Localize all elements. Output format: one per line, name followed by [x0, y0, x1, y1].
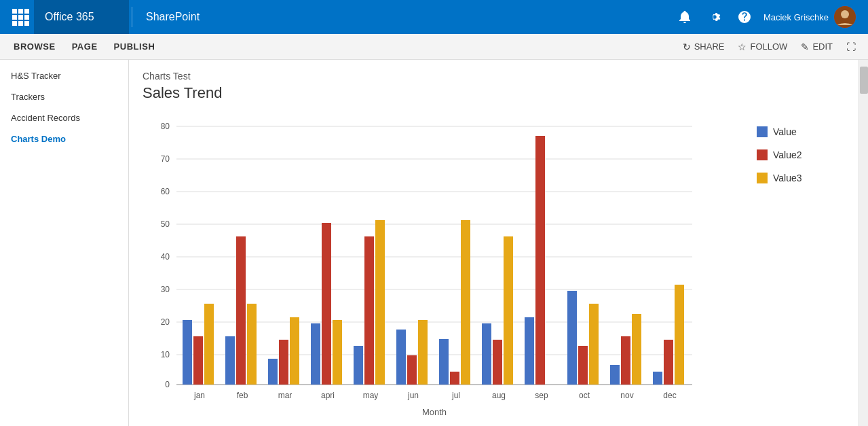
sidebar-item-accident-records[interactable]: Accident Records	[0, 107, 128, 128]
bar-apr-value2	[322, 223, 331, 385]
bar-feb-value2	[236, 236, 246, 385]
bar-mar-value	[268, 359, 278, 385]
svg-text:aug: aug	[492, 391, 506, 400]
legend-item-value3: Value3	[757, 173, 845, 183]
svg-text:mar: mar	[278, 391, 293, 400]
x-axis-label: Month	[422, 407, 447, 417]
publish-tab[interactable]: PUBLISH	[106, 34, 164, 60]
bar-nov-value	[610, 365, 620, 385]
sidebar-item-charts-demo[interactable]: Charts Demo	[0, 128, 128, 149]
settings-button[interactable]	[701, 3, 728, 31]
site-title[interactable]: SharePoint	[135, 11, 671, 23]
share-label: SHARE	[694, 41, 725, 52]
bar-jul-value3	[461, 220, 470, 385]
bar-may-value2	[364, 236, 374, 385]
legend-color-value3	[757, 173, 768, 183]
bar-jul-value	[439, 339, 449, 385]
bar-may-value	[354, 346, 363, 385]
bar-nov-value2	[621, 336, 630, 385]
sidebar-item-trackers[interactable]: Trackers	[0, 86, 128, 107]
svg-text:oct: oct	[579, 391, 590, 400]
svg-text:dec: dec	[663, 391, 676, 400]
scrollbar-track[interactable]	[858, 60, 868, 426]
svg-text:60: 60	[161, 187, 170, 196]
bar-jul-value2	[450, 372, 459, 385]
legend-label-value: Value	[773, 126, 797, 137]
legend-label-value3: Value3	[773, 173, 802, 183]
svg-text:80: 80	[161, 122, 170, 131]
avatar	[834, 6, 856, 28]
legend-item-value: Value	[757, 126, 845, 137]
bar-may-value3	[375, 220, 385, 385]
svg-text:sep: sep	[535, 391, 548, 400]
user-area[interactable]: Maciek Grischke	[758, 0, 861, 34]
bar-mar-value2	[279, 340, 288, 385]
page-title: Sales Trend	[143, 84, 845, 102]
svg-text:jun: jun	[407, 391, 419, 400]
chart-container: 80 70 60 50 40 30 20 10 0	[143, 113, 845, 426]
bar-oct-value2	[578, 346, 588, 385]
follow-button[interactable]: ☆ FOLLOW	[731, 34, 794, 60]
sub-bar: BROWSE PAGE PUBLISH ↻ SHARE ☆ FOLLOW ✎ E…	[0, 34, 868, 60]
bar-dec-value	[653, 372, 662, 385]
content: Charts Test Sales Trend	[129, 60, 858, 426]
follow-label: FOLLOW	[750, 41, 787, 52]
bar-oct-value3	[589, 304, 599, 385]
bar-apr-value3	[333, 320, 342, 385]
chart-legend: Value Value2 Value3	[757, 113, 845, 196]
bar-feb-value	[225, 336, 235, 385]
bar-jun-value	[396, 330, 406, 385]
browse-tab[interactable]: BROWSE	[5, 34, 64, 60]
chart-area: 80 70 60 50 40 30 20 10 0	[143, 113, 743, 426]
share-button[interactable]: ↻ SHARE	[676, 34, 732, 60]
svg-text:0: 0	[165, 380, 170, 389]
bar-dec-value3	[675, 285, 684, 385]
edit-button[interactable]: ✎ EDIT	[794, 34, 839, 60]
page-subtitle: Charts Test	[143, 71, 845, 82]
svg-text:50: 50	[161, 219, 170, 229]
svg-text:70: 70	[161, 154, 170, 164]
notifications-button[interactable]	[671, 3, 698, 31]
sidebar: H&S Tracker Trackers Accident Records Ch…	[0, 60, 129, 426]
bar-dec-value2	[664, 340, 673, 385]
bar-jan-value	[183, 320, 192, 385]
svg-point-1	[841, 10, 849, 18]
legend-item-value2: Value2	[757, 149, 845, 160]
follow-icon: ☆	[738, 41, 747, 52]
svg-text:30: 30	[161, 285, 170, 294]
bar-feb-value3	[247, 304, 257, 385]
bar-oct-value	[567, 291, 577, 385]
scrollbar-thumb[interactable]	[860, 67, 868, 94]
edit-icon: ✎	[801, 41, 809, 52]
bar-jan-value3	[204, 304, 214, 385]
help-button[interactable]	[731, 3, 758, 31]
divider	[132, 7, 132, 27]
svg-text:feb: feb	[237, 391, 248, 400]
page-tab[interactable]: PAGE	[64, 34, 106, 60]
svg-text:nov: nov	[620, 391, 633, 400]
svg-text:jan: jan	[193, 391, 205, 400]
svg-text:20: 20	[161, 317, 170, 327]
legend-label-value2: Value2	[773, 149, 802, 160]
fullscreen-icon: ⛶	[846, 41, 856, 52]
bar-jun-value3	[418, 320, 428, 385]
bar-sep-value2	[535, 136, 545, 385]
legend-color-value	[757, 126, 768, 137]
svg-text:40: 40	[161, 252, 170, 262]
bar-aug-value	[482, 323, 491, 385]
fullscreen-button[interactable]: ⛶	[839, 34, 863, 60]
top-actions	[671, 3, 758, 31]
waffle-icon	[12, 9, 29, 26]
bar-aug-value2	[493, 340, 502, 385]
svg-text:apri: apri	[321, 391, 335, 400]
bar-jan-value2	[193, 336, 203, 385]
bar-nov-value3	[632, 314, 641, 385]
right-actions: ↻ SHARE ☆ FOLLOW ✎ EDIT ⛶	[676, 34, 863, 60]
waffle-menu-button[interactable]	[7, 0, 34, 34]
sidebar-item-hs-tracker[interactable]: H&S Tracker	[0, 65, 128, 86]
svg-text:may: may	[363, 391, 379, 400]
app-title[interactable]: Office 365	[34, 0, 129, 34]
top-bar: Office 365 SharePoint Maciek Grischke	[0, 0, 868, 34]
user-name: Maciek Grischke	[763, 12, 829, 22]
legend-color-value2	[757, 149, 768, 160]
